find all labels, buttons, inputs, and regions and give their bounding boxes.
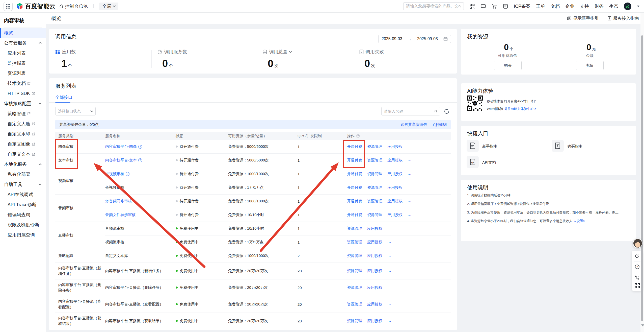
sidebar-item-应用归属查询[interactable]: 应用归属查询 — [0, 230, 46, 240]
sidebar-item-自定义人脸[interactable]: 自定义人脸 — [0, 119, 46, 129]
more-actions-link[interactable]: ··· — [408, 172, 411, 176]
more-actions-link[interactable]: ··· — [387, 226, 391, 231]
more-actions-link[interactable]: ··· — [387, 286, 391, 290]
interface-status-select[interactable]: 选择接口状态 — [55, 107, 96, 115]
phone-icon[interactable] — [634, 275, 640, 280]
open-pay-link[interactable]: 开通付费 — [347, 158, 362, 163]
service-name-link[interactable]: 内容审核平台-图像? — [105, 144, 142, 149]
favorite-heart-icon[interactable] — [634, 253, 640, 259]
more-actions-link[interactable]: ··· — [408, 213, 411, 217]
sidebar-item-应用列表[interactable]: 应用列表 — [0, 48, 46, 58]
service-name-link[interactable]: 内容审核平台-文本? — [105, 158, 142, 163]
more-actions-link[interactable]: ··· — [387, 254, 391, 258]
nav-link-生态[interactable]: 生态 — [609, 3, 618, 9]
qr-code-icon[interactable] — [469, 4, 475, 9]
open-pay-link[interactable]: 开通付费 — [347, 199, 362, 204]
resource-manage-link[interactable]: 资源管理 — [367, 199, 382, 204]
avatar-caret-icon[interactable] — [637, 6, 639, 7]
sidebar-item-技术文档[interactable]: 技术文档 — [0, 78, 46, 88]
sidebar-item-错误码查询[interactable]: 错误码查询 — [0, 210, 46, 220]
nav-link-企业[interactable]: 企业 — [565, 3, 574, 9]
apps-grid-button[interactable] — [4, 2, 13, 11]
more-actions-link[interactable]: ··· — [387, 319, 391, 323]
newbie-guide-link[interactable]: 显示新手指引 — [567, 15, 599, 21]
more-actions-link[interactable]: ··· — [387, 240, 391, 244]
more-actions-link[interactable]: ··· — [387, 269, 391, 273]
learn-rules-link[interactable]: 了解规则 — [432, 122, 447, 127]
resource-manage-link[interactable]: 资源管理 — [347, 319, 362, 323]
nav-link-文档[interactable]: 文档 — [551, 3, 560, 9]
access-guide-link[interactable]: 服务接入指南 — [607, 15, 639, 21]
sidebar-section-1[interactable]: 审核策略配置 — [0, 99, 46, 109]
help-icon[interactable]: ? — [138, 145, 142, 149]
app-auth-link[interactable]: 应用授权 — [387, 158, 402, 163]
assistant-avatar[interactable] — [633, 239, 642, 248]
sidebar-item-自定义文本[interactable]: 自定义文本 — [0, 149, 46, 159]
more-actions-link[interactable]: ··· — [408, 158, 411, 162]
resource-manage-link[interactable]: 资源管理 — [367, 212, 382, 217]
service-name-link[interactable]: 短视频审核? — [105, 172, 129, 176]
app-auth-link[interactable]: 应用授权 — [367, 253, 382, 258]
help-icon[interactable]: ? — [138, 158, 142, 162]
sidebar-item-私有化部署[interactable]: 私有化部署 — [0, 169, 46, 179]
sidebar-item-权限及额度诊断[interactable]: 权限及额度诊断 — [0, 220, 46, 230]
app-auth-link[interactable]: 应用授权 — [367, 285, 382, 290]
date-range-picker[interactable]: 2025-09-03 → 2025-09-03 — [378, 35, 451, 43]
quick-link-label[interactable]: 购买指南 — [567, 144, 582, 149]
sidebar-item-API Trace诊断[interactable]: API Trace诊断 — [0, 200, 46, 210]
quick-link-label[interactable]: 新手指南 — [482, 144, 497, 149]
resource-manage-link[interactable]: 资源管理 — [367, 172, 382, 176]
app-auth-link[interactable]: 应用授权 — [387, 199, 402, 204]
help-question-icon[interactable]: ? — [634, 264, 640, 270]
buy-shared-package-link[interactable]: 购买共享资源包 — [400, 122, 427, 127]
nav-link-ICP备案[interactable]: ICP备案 — [514, 3, 530, 9]
app-auth-link[interactable]: 应用授权 — [367, 269, 382, 273]
resource-manage-link[interactable]: 资源管理 — [347, 285, 362, 290]
quick-link-新手指南[interactable] — [467, 140, 479, 152]
scope-selector[interactable]: 全局 — [99, 3, 118, 10]
quick-link-label[interactable]: API文档 — [482, 160, 496, 165]
date-end[interactable]: 2025-09-03 — [417, 37, 438, 41]
usage-settings-link[interactable]: 去设置> — [573, 219, 585, 223]
app-auth-link[interactable]: 应用授权 — [387, 212, 402, 217]
resource-manage-link[interactable]: 资源管理 — [367, 144, 382, 149]
open-pay-link[interactable]: 开通付费 — [347, 212, 362, 217]
app-auth-link[interactable]: 应用授权 — [387, 172, 402, 176]
name-search-input[interactable] — [384, 109, 434, 113]
resource-manage-link[interactable]: 资源管理 — [347, 269, 362, 273]
resource-manage-link[interactable]: 资源管理 — [347, 302, 362, 307]
refresh-button[interactable] — [443, 108, 450, 115]
buy-button[interactable]: 购买 — [494, 61, 522, 70]
sidebar-section-3[interactable]: 自助工具 — [0, 179, 46, 189]
service-name-link[interactable]: 音频文件异步审核 — [105, 212, 136, 217]
help-icon[interactable]: ? — [126, 172, 129, 176]
sidebar-item-自定义图像[interactable]: 自定义图像 — [0, 139, 46, 149]
sidebar-item-HTTP SDK[interactable]: HTTP SDK — [0, 88, 46, 99]
resource-manage-link[interactable]: 资源管理 — [367, 158, 382, 163]
name-search-box[interactable] — [381, 107, 440, 115]
quick-link-购买指南[interactable] — [552, 140, 564, 152]
global-search-input[interactable] — [406, 4, 458, 9]
scrollbar-thumb[interactable] — [641, 35, 643, 321]
sidebar-section-2[interactable]: 本地化服务 — [0, 159, 46, 169]
more-actions-link[interactable]: ··· — [408, 145, 411, 149]
quick-link-API文档[interactable]: API — [467, 156, 479, 168]
app-auth-link[interactable]: 应用授权 — [367, 319, 382, 323]
chevron-down-icon[interactable] — [289, 50, 292, 53]
resource-manage-link[interactable]: 资源管理 — [347, 226, 362, 231]
sidebar-item-资源列表[interactable]: 资源列表 — [0, 68, 46, 78]
app-auth-link[interactable]: 应用授权 — [387, 185, 402, 190]
sidebar-item-自定义水印[interactable]: 自定义水印 — [0, 129, 46, 139]
app-auth-link[interactable]: 应用授权 — [367, 240, 382, 245]
user-avatar[interactable] — [624, 3, 631, 10]
resource-manage-link[interactable]: 资源管理 — [367, 185, 382, 190]
more-actions-link[interactable]: ··· — [387, 302, 391, 306]
mini-apps-grid-icon[interactable] — [634, 283, 640, 288]
cart-icon[interactable] — [492, 4, 497, 9]
app-auth-link[interactable]: 应用授权 — [387, 144, 402, 149]
recharge-button[interactable]: 充值 — [576, 61, 604, 70]
open-pay-link[interactable]: 开通付费 — [347, 172, 362, 176]
message-icon[interactable] — [480, 4, 486, 9]
nav-link-财务[interactable]: 财务 — [595, 3, 604, 9]
sidebar-item-overview[interactable]: 概览 — [0, 28, 46, 38]
